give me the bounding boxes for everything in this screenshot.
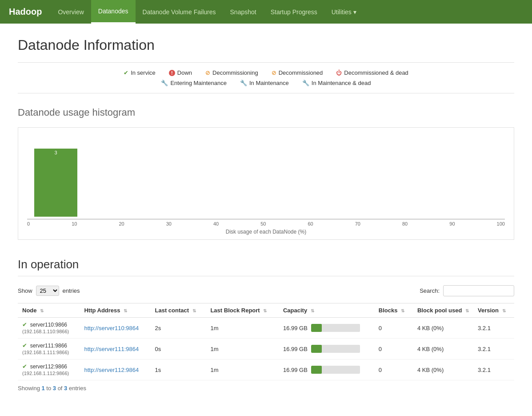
showing-total: 3: [64, 385, 67, 392]
axis-label-40: 40: [213, 221, 219, 226]
http-link-1[interactable]: http://server111:9864: [84, 346, 139, 352]
decommissioning-icon: ⊘: [205, 69, 210, 76]
legend-row-1: ✔ In service ! Down ⊘ Decommissioning ⊘ …: [18, 69, 514, 76]
legend-in-service-label: In service: [131, 69, 156, 76]
legend-in-service: ✔ In service: [124, 69, 156, 76]
capacity-label-1: 16.99 GB: [283, 346, 308, 352]
histogram-chart: 3: [27, 137, 505, 217]
node-status-icon-1: ✔: [22, 342, 27, 349]
search-label: Search:: [420, 287, 440, 294]
histogram-bar-value: 3: [54, 150, 57, 155]
data-table: Node ⇅ Http Address ⇅ Last contact ⇅ Las…: [18, 303, 514, 380]
node-ip-2: (192.168.1.112:9866): [22, 371, 69, 376]
cell-http-2: http://server112:9864: [80, 359, 150, 380]
legend-decommissioning: ⊘ Decommissioning: [205, 69, 258, 76]
cell-block-pool-2: 4 KB (0%): [413, 359, 473, 380]
col-last-contact[interactable]: Last contact ⇅: [151, 303, 206, 318]
legend-decommissioned: ⊘ Decommissioned: [272, 69, 323, 76]
axis-label-90: 90: [449, 221, 455, 226]
cell-node-2: ✔ server112:9866 (192.168.1.112:9866): [18, 359, 80, 380]
sort-blocks-icon: ⇅: [401, 308, 404, 313]
legend-decommissioned-dead-label: Decommissioned & dead: [344, 69, 408, 76]
sort-http-icon: ⇅: [124, 308, 127, 313]
cell-blocks-2: 0: [374, 359, 413, 380]
cell-capacity-1: 16.99 GB: [279, 339, 374, 359]
axis-label-100: 100: [497, 221, 505, 226]
sort-contact-icon: ⇅: [192, 308, 196, 313]
col-block-pool-used[interactable]: Block pool used ⇅: [413, 303, 473, 318]
node-name-0: server110:9866: [30, 322, 67, 328]
sort-capacity-icon: ⇅: [311, 308, 314, 313]
http-link-0[interactable]: http://server110:9864: [84, 325, 139, 331]
axis-label-0: 0: [27, 221, 30, 226]
table-row: ✔ server110:9866 (192.168.1.110:9866) ht…: [18, 318, 514, 339]
capacity-label-2: 16.99 GB: [283, 367, 308, 373]
col-http-address[interactable]: Http Address ⇅: [80, 303, 150, 318]
nav-volume-failures[interactable]: Datanode Volume Failures: [136, 0, 223, 24]
wrench-red-icon: 🔧: [302, 80, 309, 86]
axis-label-20: 20: [119, 221, 124, 226]
nav-overview[interactable]: Overview: [51, 0, 91, 24]
col-blocks[interactable]: Blocks ⇅: [374, 303, 413, 318]
search-box: Search:: [420, 285, 514, 296]
cell-contact-1: 0s: [151, 339, 206, 359]
col-capacity[interactable]: Capacity ⇅: [279, 303, 374, 318]
exclamation-icon: !: [169, 70, 175, 76]
cell-http-0: http://server110:9864: [80, 318, 150, 339]
cell-version-2: 3.2.1: [473, 359, 514, 380]
sort-block-pool-icon: ⇅: [465, 308, 469, 313]
entries-select[interactable]: 25 10 50 100: [36, 286, 59, 296]
legend-decommissioned-label: Decommissioned: [279, 69, 323, 76]
nav-datanodes[interactable]: Datanodes: [91, 0, 136, 24]
node-name-1: server111:9866: [30, 343, 67, 349]
cell-block-report-1: 1m: [206, 339, 279, 359]
cell-contact-2: 1s: [151, 359, 206, 380]
show-label: Show: [18, 287, 32, 294]
nav-utilities[interactable]: Utilities ▾: [324, 0, 364, 24]
histogram-xlabel: Disk usage of each DataNode (%): [27, 229, 505, 235]
http-link-2[interactable]: http://server112:9864: [84, 367, 139, 373]
capacity-bar-fill-1: [311, 345, 322, 353]
legend-down: ! Down: [169, 69, 192, 76]
capacity-bar-fill-2: [311, 366, 322, 374]
cell-node-0: ✔ server110:9866 (192.168.1.110:9866): [18, 318, 80, 339]
node-ip-0: (192.168.1.110:9866): [22, 329, 69, 334]
axis-label-30: 30: [166, 221, 172, 226]
showing-from: 1: [41, 385, 44, 392]
legend-in-maintenance-dead-label: In Maintenance & dead: [312, 80, 371, 86]
legend: ✔ In service ! Down ⊘ Decommissioning ⊘ …: [18, 62, 514, 93]
table-footer: Showing 1 to 3 of 3 entries: [18, 385, 514, 392]
cell-capacity-0: 16.99 GB: [279, 318, 374, 339]
col-last-block-report[interactable]: Last Block Report ⇅: [206, 303, 279, 318]
cell-block-pool-1: 4 KB (0%): [413, 339, 473, 359]
sort-version-icon: ⇅: [502, 308, 506, 313]
histogram-container: 3 0 10 20 30 40 50 60 70 80 90 100 Disk …: [18, 127, 514, 240]
col-node[interactable]: Node ⇅: [18, 303, 80, 318]
search-input[interactable]: [443, 285, 514, 296]
node-name-2: server112:9866: [30, 363, 67, 370]
table-header-row: Node ⇅ Http Address ⇅ Last contact ⇅ Las…: [18, 303, 514, 318]
capacity-bar-bg-2: [311, 366, 360, 374]
axis-label-60: 60: [308, 221, 313, 226]
legend-decommissioned-dead: ⏻ Decommissioned & dead: [336, 69, 408, 76]
table-row: ✔ server111:9866 (192.168.1.111:9866) ht…: [18, 339, 514, 359]
axis-label-50: 50: [260, 221, 266, 226]
nav-snapshot[interactable]: Snapshot: [223, 0, 264, 24]
cell-block-report-0: 1m: [206, 318, 279, 339]
chevron-down-icon: ▾: [353, 8, 356, 16]
main-content: Datanode Information ✔ In service ! Down…: [0, 24, 532, 405]
capacity-bar-bg-0: [311, 324, 360, 332]
sort-node-icon: ⇅: [40, 308, 44, 313]
col-version[interactable]: Version ⇅: [473, 303, 514, 318]
legend-decommissioning-label: Decommissioning: [212, 69, 258, 76]
cell-http-1: http://server111:9864: [80, 339, 150, 359]
cell-version-0: 3.2.1: [473, 318, 514, 339]
brand[interactable]: Hadoop: [0, 0, 51, 24]
decommissioned-icon: ⊘: [272, 69, 276, 76]
show-entries: Show 25 10 50 100 entries: [18, 286, 80, 296]
legend-in-maintenance: 🔧 In Maintenance: [240, 80, 289, 86]
nav-startup-progress[interactable]: Startup Progress: [264, 0, 324, 24]
axis-label-70: 70: [355, 221, 360, 226]
wrench-green-icon: 🔧: [161, 80, 168, 86]
capacity-label-0: 16.99 GB: [283, 325, 308, 331]
